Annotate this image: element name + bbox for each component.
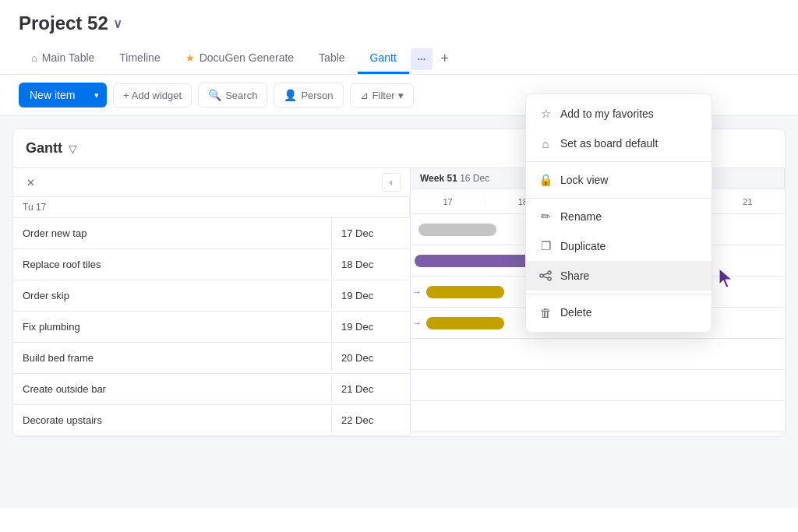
tab-add-button[interactable]: + xyxy=(434,48,456,70)
project-chevron-icon: ∨ xyxy=(113,16,122,31)
star-icon: ★ xyxy=(185,52,195,64)
project-title[interactable]: Project 52 ∨ xyxy=(19,12,779,34)
task-name: Build bed frame xyxy=(13,344,332,372)
filter-icon: ⊿ xyxy=(360,90,369,101)
filter-button[interactable]: ⊿ Filter ▾ xyxy=(350,83,415,107)
date-17: 17 xyxy=(411,197,486,206)
task-name: Replace roof tiles xyxy=(13,251,332,278)
task-date: 19 Dec xyxy=(332,282,410,309)
task-name: Order new tap xyxy=(13,220,332,247)
share-icon xyxy=(538,269,553,283)
tabs-bar: ⌂ Main Table Timeline ★ DocuGen Generate… xyxy=(19,44,779,74)
gantt-bar xyxy=(418,224,496,236)
tab-table[interactable]: Table xyxy=(306,44,357,74)
lock-view-item[interactable]: 🔒 Lock view xyxy=(526,165,711,195)
arrow-right-icon-3: → xyxy=(412,318,422,329)
pencil-icon: ✏ xyxy=(538,210,553,224)
task-row: Decorate upstairs 22 Dec xyxy=(13,405,410,436)
filter-chevron-icon: ▾ xyxy=(398,90,404,101)
rename-item[interactable]: ✏ Rename xyxy=(526,202,711,231)
svg-line-4 xyxy=(543,277,548,278)
task-date: 18 Dec xyxy=(332,251,410,278)
home-icon: ⌂ xyxy=(31,52,37,64)
dropdown-divider-1 xyxy=(526,161,711,162)
svg-line-3 xyxy=(543,273,548,275)
bar-row-5 xyxy=(411,339,785,370)
share-item[interactable]: Share xyxy=(526,261,711,291)
gantt-close-button[interactable]: ✕ xyxy=(23,174,38,190)
add-to-favorites-item[interactable]: ☆ Add to my favorites xyxy=(526,99,711,129)
star-outline-icon: ☆ xyxy=(538,107,553,121)
copy-icon: ❐ xyxy=(538,239,553,253)
svg-point-1 xyxy=(548,271,551,274)
task-name: Fix plumbing xyxy=(13,313,332,340)
new-item-button[interactable]: New item ▾ xyxy=(19,83,107,107)
dropdown-divider-3 xyxy=(526,294,711,294)
set-board-default-item[interactable]: ⌂ Set as board default xyxy=(526,129,711,158)
person-icon: 👤 xyxy=(284,89,297,101)
search-icon: 🔍 xyxy=(208,89,221,101)
svg-point-2 xyxy=(548,277,551,280)
task-row: Build bed frame 20 Dec xyxy=(13,343,410,374)
task-list: Order new tap 17 Dec Replace roof tiles … xyxy=(13,218,410,436)
task-date: 19 Dec xyxy=(332,313,410,340)
task-row: Order skip 19 Dec xyxy=(13,280,410,312)
week51-date: 16 Dec xyxy=(460,173,489,184)
dropdown-divider-2 xyxy=(526,198,711,199)
duplicate-item[interactable]: ❐ Duplicate xyxy=(526,231,711,261)
task-name: Decorate upstairs xyxy=(13,407,332,434)
gantt-filter-icon[interactable]: ▽ xyxy=(69,143,77,155)
search-button[interactable]: 🔍 Search xyxy=(198,83,267,107)
gantt-bar-yellow-2 xyxy=(426,317,504,329)
tab-docugen[interactable]: ★ DocuGen Generate xyxy=(173,44,306,74)
arrow-right-icon-2: → xyxy=(412,287,422,298)
date-21: 21 xyxy=(711,197,785,206)
trash-icon: 🗑 xyxy=(538,305,553,319)
lock-icon: 🔒 xyxy=(538,173,553,187)
task-row: Replace roof tiles 18 Dec xyxy=(13,249,410,280)
person-button[interactable]: 👤 Person xyxy=(274,83,343,107)
gantt-nav: ✕ ‹ xyxy=(13,168,410,197)
tab-gantt[interactable]: Gantt xyxy=(358,44,409,74)
task-row: Fix plumbing 19 Dec xyxy=(13,312,410,343)
task-date: 21 Dec xyxy=(332,375,410,403)
tab-more-button[interactable]: ··· xyxy=(411,48,433,70)
task-name: Create outside bar xyxy=(13,375,332,403)
gantt-left-panel: ✕ ‹ Tu 17 Order new tap 17 Dec xyxy=(13,168,411,436)
home-outline-icon: ⌂ xyxy=(538,136,553,150)
task-row: Create outside bar 21 Dec xyxy=(13,374,410,405)
task-name: Order skip xyxy=(13,282,332,309)
add-widget-button[interactable]: + Add widget xyxy=(113,83,192,107)
project-title-text: Project 52 xyxy=(19,12,108,34)
tab-main-table[interactable]: ⌂ Main Table xyxy=(19,44,107,74)
task-row: Order new tap 17 Dec xyxy=(13,218,410,249)
delete-item[interactable]: 🗑 Delete xyxy=(526,298,711,327)
svg-point-0 xyxy=(540,274,543,277)
gantt-bar-yellow-1 xyxy=(426,286,504,298)
task-date: 20 Dec xyxy=(332,344,410,372)
task-date: 22 Dec xyxy=(332,407,410,434)
gantt-title: Gantt xyxy=(26,140,62,157)
week51-label: Week 51 xyxy=(420,173,457,184)
tab-timeline[interactable]: Timeline xyxy=(107,44,172,74)
col-date-label: Tu 17 xyxy=(23,202,46,213)
task-date: 17 Dec xyxy=(332,220,410,247)
bar-row-7 xyxy=(411,401,785,432)
bar-row-6 xyxy=(411,370,785,401)
context-dropdown: ☆ Add to my favorites ⌂ Set as board def… xyxy=(525,93,712,333)
gantt-back-button[interactable]: ‹ xyxy=(382,173,401,192)
